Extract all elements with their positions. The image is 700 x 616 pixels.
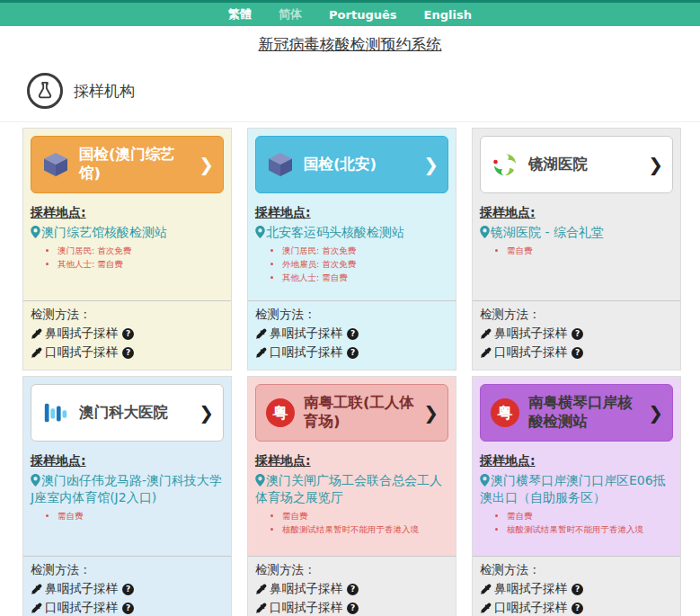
sampling-address-link[interactable]: 澳门关闸广场工会联合总会工人体育场之展览厅 — [255, 472, 448, 506]
methods-label: 检测方法： — [480, 307, 673, 323]
title-bar: 新冠病毒核酸检测预约系统 — [0, 34, 700, 55]
lang-portuguese[interactable]: Português — [329, 8, 396, 22]
question-circle-icon[interactable]: ? — [347, 603, 359, 614]
question-circle-icon[interactable]: ? — [347, 584, 359, 595]
page-title[interactable]: 新冠病毒核酸检测预约系统 — [259, 35, 442, 53]
sampling-address-link[interactable]: 澳门综艺馆核酸检测站 — [31, 224, 224, 241]
sampling-address-link[interactable]: 澳门横琴口岸澳门口岸区E06抵澳出口（自助服务区） — [480, 472, 673, 506]
section-header: 採样机构 — [27, 73, 700, 109]
dropper-icon — [31, 603, 42, 614]
methods-label: 检测方法： — [31, 562, 224, 578]
org-card-header[interactable]: 粤 南粤横琴口岸核酸检测站 ❯ — [480, 384, 673, 442]
org-name: 镜湖医院 — [528, 156, 588, 174]
card-footer: 检测方法： 鼻咽拭子採样 ? 口咽拭子採样 ? — [23, 300, 231, 370]
location-pin-icon — [255, 474, 265, 487]
location-label: 採样地点: — [31, 205, 224, 221]
sampling-address-link[interactable]: 澳门凼仔伟龙马路-澳门科技大学J座室内体育馆(J2入口) — [31, 472, 224, 506]
card-body: 採样地点: 北安客运码头核酸检测站 澳门居民: 首次免费 外地雇员: 首次免费 … — [248, 201, 456, 300]
org-name: 澳门科大医院 — [79, 404, 168, 423]
fee-note: 需自费 — [282, 509, 448, 522]
org-name: 南粤工联(工人体育场) — [304, 394, 415, 431]
question-circle-icon[interactable]: ? — [572, 328, 583, 340]
card-body: 採样地点: 澳门凼仔伟龙马路-澳门科技大学J座室内体育馆(J2入口) 需自费 — [23, 449, 231, 556]
lang-simplified[interactable]: 简体 — [279, 6, 302, 22]
location-pin-icon — [31, 474, 40, 487]
org-card-namyue-hengqin: 粤 南粤横琴口岸核酸检测站 ❯ 採样地点: 澳门横琴口岸澳门口岸区E06抵澳出口… — [472, 376, 681, 616]
fee-note: 外地雇员: 首次免费 — [282, 257, 448, 271]
org-card-header[interactable]: 镜湖医院 ❯ — [480, 136, 673, 193]
location-label: 採样地点: — [480, 205, 673, 221]
sampling-address-link[interactable]: 北安客运码头核酸检测站 — [255, 224, 448, 241]
nam-yue-seal-logo: 粤 — [490, 397, 520, 428]
location-label: 採样地点: — [255, 453, 448, 469]
method-nasal: 鼻咽拭子採样 ? — [255, 581, 448, 597]
methods-label: 检测方法： — [255, 307, 448, 323]
method-oral: 口咽拭子採样 ? — [255, 344, 448, 361]
methods-label: 检测方法： — [255, 562, 448, 578]
question-circle-icon[interactable]: ? — [572, 603, 583, 614]
org-card-header[interactable]: 国检(北安) ❯ — [255, 136, 448, 193]
fee-notes: 需自费 核酸测试结果暂时不能用于香港入境 — [507, 509, 673, 536]
org-card-guojian-forum: 国检(澳门综艺馆) ❯ 採样地点: 澳门综艺馆核酸检测站 澳门居民: 首次免费 … — [22, 128, 232, 370]
methods-label: 检测方法： — [480, 562, 673, 578]
chevron-right-icon: ❯ — [199, 154, 214, 175]
question-circle-icon[interactable]: ? — [122, 603, 134, 614]
question-circle-icon[interactable]: ? — [572, 584, 583, 595]
question-circle-icon[interactable]: ? — [572, 347, 583, 359]
location-pin-icon — [480, 226, 490, 238]
sampling-address-link[interactable]: 镜湖医院 - 综合礼堂 — [480, 224, 673, 241]
section-title: 採样机构 — [74, 81, 135, 102]
fee-note: 澳门居民: 首次免费 — [282, 244, 448, 257]
method-oral: 口咽拭子採样 ? — [255, 600, 448, 616]
language-bar: 繁體 简体 Português English — [0, 0, 700, 26]
dropper-icon — [480, 603, 492, 614]
org-card-namyue-stadium: 粤 南粤工联(工人体育场) ❯ 採样地点: 澳门关闸广场工会联合总会工人体育场之… — [247, 376, 456, 616]
fee-note: 需自费 — [58, 509, 224, 522]
fee-note: 需自费 — [507, 244, 673, 257]
org-card-header[interactable]: 粤 南粤工联(工人体育场) ❯ — [255, 384, 448, 442]
question-circle-icon[interactable]: ? — [347, 328, 359, 340]
chevron-right-icon: ❯ — [423, 154, 439, 175]
card-footer: 检测方法： 鼻咽拭子採样 ? 口咽拭子採样 ? — [473, 556, 680, 616]
dropper-icon — [480, 328, 492, 340]
org-card-header[interactable]: 澳门科大医院 ❯ — [31, 384, 224, 442]
question-circle-icon[interactable]: ? — [347, 347, 359, 359]
lang-english[interactable]: English — [424, 8, 472, 22]
location-pin-icon — [31, 226, 40, 238]
card-body: 採样地点: 澳门综艺馆核酸检测站 澳门居民: 首次免费 其他人士: 需自费 — [23, 201, 231, 300]
dropper-icon — [480, 584, 492, 595]
org-name: 国检(澳门综艺馆) — [79, 146, 191, 183]
org-name: 南粤横琴口岸核酸检测站 — [528, 394, 640, 431]
question-circle-icon[interactable]: ? — [122, 584, 134, 595]
fee-notes: 需自费 — [58, 509, 224, 522]
must-hospital-logo — [40, 397, 71, 428]
dropper-icon — [480, 347, 492, 359]
question-circle-icon[interactable]: ? — [122, 328, 134, 340]
fee-note: 核酸测试结果暂时不能用于香港入境 — [282, 522, 448, 536]
flask-icon — [27, 73, 63, 109]
methods-label: 检测方法： — [31, 307, 224, 323]
org-card-guojian-pacon: 国检(北安) ❯ 採样地点: 北安客运码头核酸检测站 澳门居民: 首次免费 外地… — [247, 128, 456, 370]
method-oral: 口咽拭子採样 ? — [480, 600, 673, 616]
location-pin-icon — [480, 474, 490, 487]
org-card-grid: 国检(澳门综艺馆) ❯ 採样地点: 澳门综艺馆核酸检测站 澳门居民: 首次免费 … — [22, 128, 700, 616]
fee-note: 其他人士: 需自费 — [282, 271, 448, 284]
fee-notes: 需自费 核酸测试结果暂时不能用于香港入境 — [282, 509, 448, 536]
org-name: 国检(北安) — [304, 156, 377, 174]
location-label: 採样地点: — [31, 453, 224, 469]
fee-note: 需自费 — [507, 509, 673, 522]
dropper-icon — [255, 584, 267, 595]
dropper-icon — [31, 328, 42, 340]
org-card-header[interactable]: 国检(澳门综艺馆) ❯ — [31, 136, 224, 193]
card-footer: 检测方法： 鼻咽拭子採样 ? 口咽拭子採样 ? — [248, 300, 456, 370]
fee-notes: 需自费 — [507, 244, 673, 257]
fee-note: 核酸测试结果暂时不能用于香港入境 — [507, 522, 673, 536]
chevron-right-icon: ❯ — [648, 154, 663, 175]
location-label: 採样地点: — [255, 205, 448, 221]
fee-note: 澳门居民: 首次免费 — [58, 244, 224, 257]
nam-yue-seal-logo: 粤 — [265, 397, 296, 428]
cube-icon — [40, 149, 71, 180]
fee-notes: 澳门居民: 首次免费 其他人士: 需自费 — [58, 244, 224, 271]
question-circle-icon[interactable]: ? — [122, 347, 134, 359]
lang-traditional[interactable]: 繁體 — [228, 6, 252, 22]
